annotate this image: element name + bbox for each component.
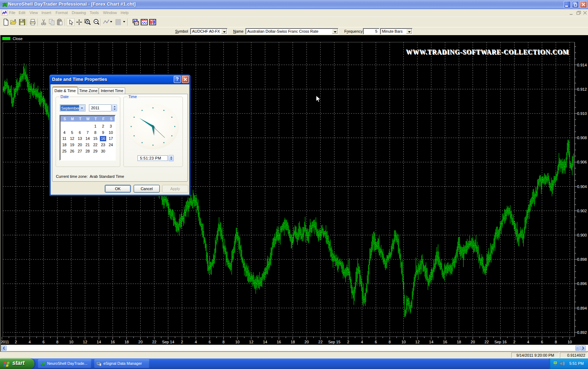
- svg-text:WWW.TRADING-SOFTWARE-COLLECTIO: WWW.TRADING-SOFTWARE-COLLECTION.COM: [406, 48, 569, 56]
- svg-text:6: 6: [209, 340, 211, 344]
- svg-text:18: 18: [290, 340, 295, 344]
- svg-text:16: 16: [277, 340, 281, 344]
- svg-text:6: 6: [541, 340, 543, 344]
- svg-text:0.896: 0.896: [577, 281, 587, 286]
- svg-text:12: 12: [249, 340, 253, 344]
- svg-text:2: 2: [181, 340, 183, 344]
- svg-text:0.900: 0.900: [577, 233, 587, 237]
- svg-text:8: 8: [389, 340, 391, 344]
- svg-text:22: 22: [485, 340, 489, 344]
- svg-text:0.894: 0.894: [577, 306, 587, 310]
- svg-text:Close: Close: [13, 37, 23, 41]
- svg-text:14: 14: [429, 340, 433, 344]
- svg-text:2011: 2011: [1, 340, 9, 344]
- svg-text:22: 22: [152, 340, 156, 344]
- svg-text:10: 10: [568, 340, 572, 344]
- svg-text:0.910: 0.910: [577, 111, 587, 116]
- svg-text:20: 20: [138, 340, 142, 344]
- svg-text:18: 18: [457, 340, 461, 344]
- svg-text:14: 14: [97, 340, 101, 344]
- svg-text:0.902: 0.902: [577, 209, 587, 213]
- svg-text:16: 16: [110, 340, 115, 344]
- svg-text:10: 10: [235, 340, 239, 344]
- svg-text:12: 12: [415, 340, 420, 344]
- svg-text:8: 8: [56, 340, 58, 344]
- svg-text:8: 8: [223, 340, 225, 344]
- svg-text:0.914: 0.914: [577, 63, 587, 67]
- svg-text:0.906: 0.906: [577, 160, 587, 164]
- svg-text:14: 14: [263, 340, 267, 344]
- svg-text:Sep 15: Sep 15: [328, 340, 340, 344]
- svg-text:Sep 14: Sep 14: [162, 340, 174, 344]
- svg-text:10: 10: [69, 340, 73, 344]
- svg-text:10: 10: [401, 340, 405, 344]
- svg-text:0.898: 0.898: [577, 257, 587, 261]
- svg-text:20: 20: [471, 340, 475, 344]
- svg-text:2: 2: [15, 340, 17, 344]
- svg-text:4: 4: [28, 340, 31, 344]
- svg-text:4: 4: [527, 340, 529, 344]
- svg-text:4: 4: [195, 340, 197, 344]
- svg-text:16: 16: [443, 340, 447, 344]
- svg-text:0.912: 0.912: [577, 87, 587, 91]
- svg-text:Sep 16: Sep 16: [494, 340, 507, 344]
- svg-text:2: 2: [513, 340, 515, 344]
- svg-text:18: 18: [124, 340, 129, 344]
- svg-text:2: 2: [347, 340, 349, 344]
- svg-text:8: 8: [555, 340, 557, 344]
- svg-text:0.908: 0.908: [577, 136, 587, 140]
- svg-text:0.892: 0.892: [577, 330, 587, 335]
- svg-text:20: 20: [305, 340, 309, 344]
- svg-text:22: 22: [318, 340, 322, 344]
- svg-text:0.904: 0.904: [577, 184, 587, 189]
- svg-text:6: 6: [375, 340, 377, 344]
- svg-text:4: 4: [361, 340, 363, 344]
- svg-text:12: 12: [83, 340, 87, 344]
- svg-text:6: 6: [43, 340, 45, 344]
